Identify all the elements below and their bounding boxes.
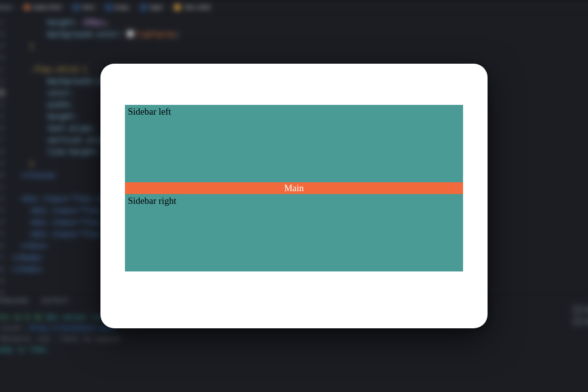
main-block: Main <box>125 182 463 194</box>
preview-card: Sidebar left Main Sidebar right <box>100 64 488 328</box>
sidebar-right-block: Sidebar right <box>125 194 463 271</box>
breadcrumb: Flexbox › index.html › html › body › sty… <box>0 0 588 15</box>
breadcrumb-folder[interactable]: Flexbox <box>0 3 13 11</box>
chevron-right-icon: › <box>134 3 136 11</box>
code-line[interactable]: } <box>12 40 588 52</box>
line-gutter: 171819 202122 232425 262728 293031 32333… <box>0 17 12 299</box>
terminal-sidebar: + zsh zsh <box>571 294 588 326</box>
chevron-right-icon: › <box>99 3 101 11</box>
code-line[interactable] <box>12 52 588 64</box>
flex-demo: Sidebar left Main Sidebar right <box>125 105 463 271</box>
breadcrumb-selector[interactable]: .flex-child <box>174 3 210 11</box>
terminal-icon <box>575 306 582 313</box>
breadcrumb-node-style[interactable]: style <box>141 3 163 11</box>
breadcrumb-file[interactable]: index.html <box>24 3 61 11</box>
code-line[interactable]: height: 200px; <box>12 17 588 28</box>
terminal-instance[interactable]: zsh <box>571 305 588 315</box>
sidebar-left-block: Sidebar left <box>125 105 463 182</box>
html-file-icon <box>24 5 29 10</box>
code-line[interactable]: background-color: lightgray; <box>12 28 588 40</box>
breadcrumb-node-body[interactable]: body <box>106 3 128 11</box>
chevron-right-icon: › <box>18 3 20 11</box>
panel-tab-output[interactable]: OUTPUT <box>42 297 69 304</box>
terminal-instance[interactable]: zsh <box>571 317 588 326</box>
color-swatch-icon <box>127 30 134 37</box>
breadcrumb-node-html[interactable]: html <box>73 3 94 11</box>
panel-tab-problems[interactable]: PROBLEMS <box>0 297 29 304</box>
terminal-icon <box>575 318 582 325</box>
chevron-right-icon: › <box>168 3 170 11</box>
chevron-right-icon: › <box>66 3 68 11</box>
